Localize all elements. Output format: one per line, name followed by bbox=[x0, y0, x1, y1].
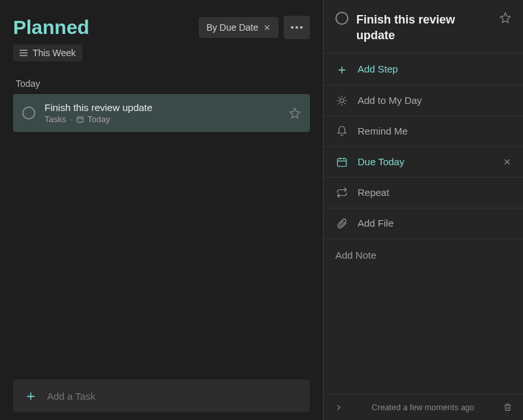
filter-row: This Week bbox=[0, 44, 323, 69]
main-panel: Planned By Due Date ✕ This Week Today Fi… bbox=[0, 0, 323, 420]
svg-point-1 bbox=[295, 26, 298, 29]
add-task-bar[interactable]: ＋ bbox=[13, 380, 310, 412]
group-label: Today bbox=[0, 69, 323, 94]
my-day-row[interactable]: Add to My Day bbox=[324, 86, 523, 116]
paperclip-icon bbox=[335, 218, 348, 229]
task-card[interactable]: Finish this review update Tasks · Today bbox=[13, 94, 310, 132]
detail-panel: Finish this review update ＋ Add Step Add… bbox=[323, 0, 523, 420]
svg-point-0 bbox=[291, 26, 294, 29]
calendar-icon bbox=[335, 156, 348, 168]
svg-line-14 bbox=[345, 103, 346, 104]
task-star-button[interactable] bbox=[289, 107, 301, 119]
svg-line-16 bbox=[345, 97, 346, 98]
task-complete-checkbox[interactable] bbox=[22, 106, 35, 120]
repeat-label: Repeat bbox=[358, 187, 511, 198]
filter-pill[interactable]: This Week bbox=[13, 44, 82, 61]
sort-label: By Due Date bbox=[207, 22, 258, 33]
repeat-icon bbox=[335, 187, 348, 199]
hide-detail-button[interactable] bbox=[334, 403, 343, 412]
delete-button[interactable] bbox=[503, 402, 513, 412]
plus-icon: ＋ bbox=[24, 389, 38, 403]
due-label: Due Today bbox=[358, 156, 494, 167]
svg-line-15 bbox=[339, 103, 340, 104]
svg-rect-17 bbox=[337, 158, 346, 166]
svg-point-2 bbox=[300, 26, 303, 29]
created-label: Created a few moments ago bbox=[350, 403, 496, 412]
clear-sort-icon[interactable]: ✕ bbox=[263, 23, 271, 33]
detail-footer: Created a few moments ago bbox=[324, 394, 523, 420]
detail-star-button[interactable] bbox=[499, 12, 511, 24]
svg-point-8 bbox=[340, 99, 344, 103]
task-due: Today bbox=[88, 114, 110, 124]
repeat-row[interactable]: Repeat bbox=[324, 178, 523, 208]
task-main: Finish this review update Tasks · Today bbox=[44, 102, 280, 124]
file-label: Add File bbox=[358, 218, 511, 229]
task-title: Finish this review update bbox=[44, 102, 280, 113]
calendar-icon bbox=[76, 116, 84, 123]
remind-label: Remind Me bbox=[358, 125, 511, 137]
svg-line-13 bbox=[339, 97, 340, 98]
add-step-row[interactable]: ＋ Add Step bbox=[324, 53, 523, 86]
more-icon bbox=[291, 26, 303, 29]
filter-label: This Week bbox=[33, 48, 76, 58]
detail-title: Finish this review update bbox=[356, 12, 492, 44]
plus-icon: ＋ bbox=[335, 63, 348, 76]
detail-header: Finish this review update bbox=[324, 0, 523, 53]
detail-complete-checkbox[interactable] bbox=[335, 12, 348, 25]
due-row[interactable]: Due Today ✕ bbox=[324, 147, 523, 178]
add-step-label: Add Step bbox=[358, 63, 511, 74]
add-task-input[interactable] bbox=[47, 391, 299, 402]
task-meta-dot: · bbox=[70, 114, 73, 124]
task-list-name: Tasks bbox=[44, 114, 66, 124]
header-row: Planned By Due Date ✕ bbox=[0, 0, 323, 44]
sun-icon bbox=[335, 95, 348, 106]
sort-button[interactable]: By Due Date ✕ bbox=[199, 17, 278, 38]
remind-row[interactable]: Remind Me bbox=[324, 116, 523, 147]
clear-due-icon[interactable]: ✕ bbox=[503, 157, 511, 167]
my-day-label: Add to My Day bbox=[358, 95, 511, 106]
page-title: Planned bbox=[13, 16, 194, 39]
bell-icon bbox=[335, 125, 348, 137]
file-row[interactable]: Add File bbox=[324, 208, 523, 239]
note-input[interactable]: Add Note bbox=[324, 239, 523, 394]
svg-rect-6 bbox=[77, 117, 83, 122]
more-button[interactable] bbox=[284, 16, 310, 39]
task-meta: Tasks · Today bbox=[44, 114, 280, 124]
list-icon bbox=[20, 50, 27, 56]
